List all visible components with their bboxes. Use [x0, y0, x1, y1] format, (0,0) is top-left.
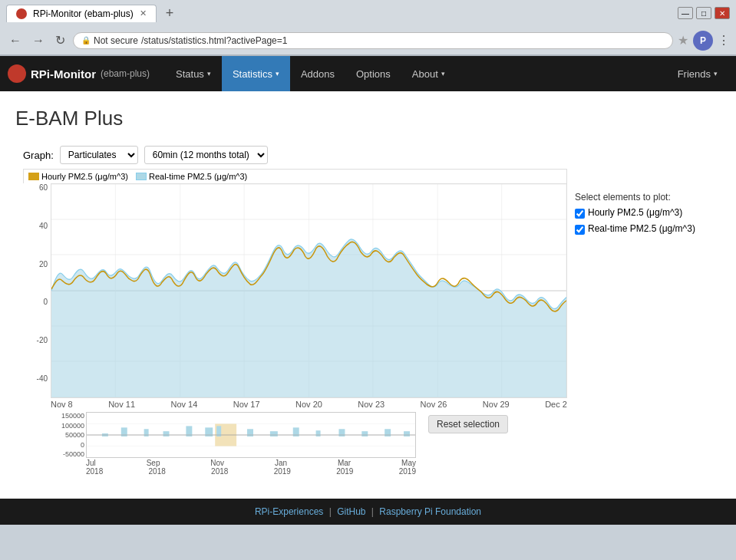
mini-x-labels: Jul Sep Nov Jan Mar May [86, 458, 416, 467]
x-label-nov8: Nov 8 [51, 400, 73, 409]
y-label-20: 20 [23, 260, 48, 268]
browser-menu-button[interactable]: ⋮ [718, 33, 730, 48]
lock-icon: 🔒 [81, 36, 91, 44]
y-label-neg40: -40 [23, 374, 48, 383]
graph-time-select[interactable]: 60min (12 months total) 10min (1 month t… [144, 146, 268, 164]
back-button[interactable]: ← [6, 32, 25, 49]
nav-right: Friends ▾ [667, 68, 728, 80]
svg-rect-29 [316, 430, 321, 436]
x-label-nov11: Nov 11 [108, 400, 135, 409]
y-label-40: 40 [23, 222, 48, 230]
mini-chart-with-y: 150000 100000 50000 0 -50000 [51, 412, 416, 476]
rpi-logo [8, 64, 26, 83]
forward-button[interactable]: → [29, 32, 48, 49]
y-label-0: 0 [23, 298, 48, 306]
legend-color-hourly [28, 173, 39, 180]
nav-item-statistics[interactable]: Statistics ▾ [222, 56, 290, 91]
checkbox-hourly: Hourly PM2.5 (μg/m^3) [575, 207, 713, 219]
statistics-caret: ▾ [276, 70, 279, 77]
address-input[interactable]: 🔒 Not secure /status/statistics.html?act… [73, 32, 673, 49]
not-secure-label: Not secure [94, 35, 138, 46]
chart-area: Hourly PM2.5 (μg/m^3) Real-time PM2.5 (μ… [23, 169, 713, 476]
maximize-button[interactable]: □ [696, 7, 711, 19]
nav-item-addons[interactable]: Addons [290, 56, 345, 91]
rpi-favicon [16, 8, 27, 19]
status-caret: ▾ [207, 70, 211, 77]
svg-rect-20 [144, 429, 149, 436]
graph-controls: Graph: Particulates Temperature Humidity… [23, 146, 713, 164]
title-bar: RPi-Monitor (ebam-plus) ✕ + — □ ✕ [0, 0, 736, 26]
legend-item-realtime: Real-time PM2.5 (μg/m^3) [136, 172, 247, 181]
x-label-nov26: Nov 26 [421, 400, 447, 409]
main-chart [51, 183, 567, 398]
footer-link-rpi-foundation[interactable]: Raspberry Pi Foundation [379, 506, 481, 517]
window-controls: — □ ✕ [678, 7, 730, 19]
footer-link-rpi-experiences[interactable]: RPi-Experiences [255, 506, 323, 517]
graph-label: Graph: [23, 150, 54, 161]
reset-selection-button[interactable]: Reset selection [428, 415, 508, 433]
footer: RPi-Experiences | GitHub | Raspberry Pi … [0, 499, 736, 525]
nav-brand: RPi-Monitor (ebam-plus) [8, 64, 150, 83]
mini-chart-section: 150000 100000 50000 0 -50000 [51, 412, 567, 476]
footer-link-github[interactable]: GitHub [337, 506, 365, 517]
side-panel: Select elements to plot: Hourly PM2.5 (μ… [575, 169, 713, 476]
url-display: /status/statistics.html?activePage=1 [141, 35, 287, 46]
svg-rect-30 [338, 429, 345, 436]
legend-color-realtime [136, 173, 147, 180]
x-label-nov20: Nov 20 [295, 400, 322, 409]
nav-item-status[interactable]: Status ▾ [165, 56, 222, 91]
chart-svg [51, 184, 566, 397]
svg-rect-31 [361, 431, 368, 436]
new-tab-button[interactable]: + [161, 5, 179, 21]
checkbox-realtime-input[interactable] [575, 225, 585, 235]
checkbox-realtime-label: Real-time PM2.5 (μg/m^3) [588, 223, 695, 234]
side-panel-title: Select elements to plot: [575, 192, 713, 203]
app-nav: RPi-Monitor (ebam-plus) Status ▾ Statist… [0, 56, 736, 91]
mini-y-labels: 150000 100000 50000 0 -50000 [51, 412, 86, 458]
svg-rect-21 [163, 431, 170, 436]
svg-rect-33 [404, 431, 410, 436]
minimize-button[interactable]: — [678, 7, 693, 19]
y-label-60: 60 [23, 183, 48, 192]
browser-chrome: RPi-Monitor (ebam-plus) ✕ + — □ ✕ ← → ↻ … [0, 0, 736, 56]
chart-legend: Hourly PM2.5 (μg/m^3) Real-time PM2.5 (μ… [23, 169, 567, 183]
close-button[interactable]: ✕ [715, 7, 730, 19]
svg-rect-26 [247, 429, 253, 436]
svg-rect-27 [270, 431, 278, 436]
profile-button[interactable]: P [693, 31, 713, 51]
footer-sep-1: | [329, 506, 332, 517]
app-container: RPi-Monitor (ebam-plus) Status ▾ Statist… [0, 56, 736, 525]
mini-chart-container-wrapper: Jul Sep Nov Jan Mar May 20 [86, 412, 416, 476]
x-label-nov29: Nov 29 [483, 400, 510, 409]
x-axis-labels: Nov 8 Nov 11 Nov 14 Nov 17 Nov 20 Nov 23… [51, 398, 567, 409]
legend-item-hourly: Hourly PM2.5 (μg/m^3) [28, 172, 128, 181]
checkbox-hourly-input[interactable] [575, 209, 585, 219]
reload-button[interactable]: ↻ [52, 31, 68, 49]
tab-title: RPi-Monitor (ebam-plus) [33, 8, 134, 19]
graph-type-select[interactable]: Particulates Temperature Humidity [60, 146, 138, 164]
page-content: E-BAM Plus Graph: Particulates Temperatu… [0, 91, 736, 483]
nav-items: Status ▾ Statistics ▾ Addons Options Abo… [165, 56, 667, 91]
svg-rect-32 [385, 429, 391, 436]
x-label-nov14: Nov 14 [170, 400, 197, 409]
x-label-nov17: Nov 17 [233, 400, 260, 409]
nav-item-options[interactable]: Options [345, 56, 401, 91]
page-title: E-BAM Plus [15, 107, 721, 130]
mini-chart-container [86, 412, 416, 458]
y-label-neg20: -20 [23, 336, 48, 344]
nav-brand-name: RPi-Monitor [31, 68, 96, 81]
nav-item-friends[interactable]: Friends ▾ [667, 68, 728, 80]
legend-label-realtime: Real-time PM2.5 (μg/m^3) [149, 172, 247, 181]
about-caret: ▾ [441, 70, 445, 77]
browser-tab[interactable]: RPi-Monitor (ebam-plus) ✕ [6, 5, 157, 22]
graph-section: Graph: Particulates Temperature Humidity… [15, 146, 721, 476]
nav-item-about[interactable]: About ▾ [401, 56, 456, 91]
nav-brand-sub: (ebam-plus) [101, 68, 150, 79]
legend-label-hourly: Hourly PM2.5 (μg/m^3) [41, 172, 128, 181]
checkbox-realtime: Real-time PM2.5 (μg/m^3) [575, 223, 713, 235]
close-tab-button[interactable]: ✕ [140, 8, 147, 18]
bookmark-button[interactable]: ★ [678, 33, 688, 48]
checkbox-hourly-label: Hourly PM2.5 (μg/m^3) [588, 207, 682, 218]
x-label-dec2: Dec 2 [545, 400, 567, 409]
footer-sep-2: | [371, 506, 374, 517]
